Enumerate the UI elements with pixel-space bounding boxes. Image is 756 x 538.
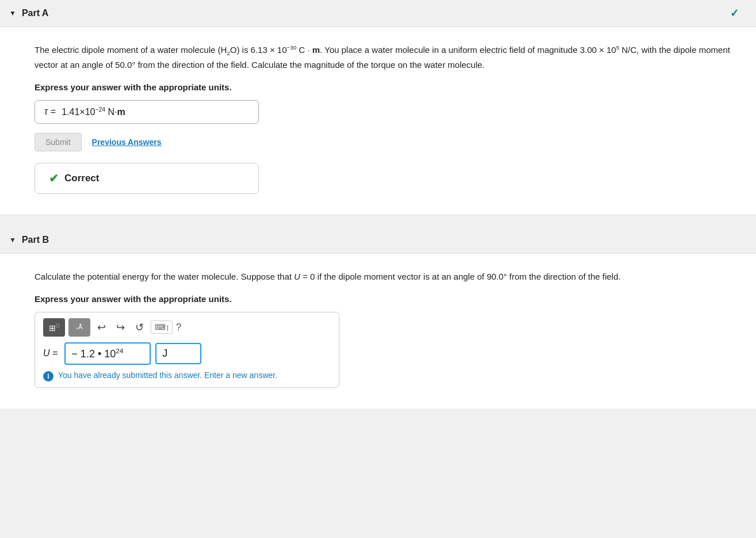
keyboard-label: | — [167, 324, 169, 331]
redo-icon: ↪ — [116, 322, 125, 333]
part-b-question-text: Calculate the potential energy for the w… — [35, 270, 733, 284]
refresh-icon: ↺ — [135, 322, 144, 333]
undo-button[interactable]: ↩ — [94, 319, 109, 336]
correct-check-icon: ✔ — [49, 171, 59, 185]
keyboard-button[interactable]: ⌨ | — [151, 320, 173, 334]
math-editor: ⊞□ ᵤÅ ↩ ↪ ↺ ⌨ | — [35, 312, 339, 388]
part-a-body: The electric dipole moment of a water mo… — [0, 26, 756, 215]
correct-box: ✔ Correct — [35, 163, 259, 194]
keyboard-icon: ⌨ — [155, 323, 166, 331]
help-button[interactable]: ? — [176, 322, 181, 333]
math-input-row: U = − 1.2 • 1024 J — [43, 342, 331, 365]
math-toolbar: ⊞□ ᵤÅ ↩ ↪ ↺ ⌨ | — [43, 318, 331, 337]
info-row: i You have already submitted this answer… — [43, 371, 331, 381]
submit-button[interactable]: Submit — [35, 133, 82, 151]
chevron-down-icon[interactable]: ▼ — [9, 9, 16, 17]
part-a-title: Part A — [22, 8, 49, 18]
part-b-express-label: Express your answer with the appropriate… — [35, 294, 733, 304]
math-unit-btn[interactable]: ᵤÅ — [68, 318, 90, 337]
math-unit-display: J — [162, 348, 167, 360]
part-a-section: ▼ Part A ✓ The electric dipole moment of… — [0, 0, 756, 215]
part-a-checkmark: ✓ — [730, 7, 739, 20]
part-a-header: ▼ Part A ✓ — [0, 0, 756, 26]
math-unit-icon: ᵤÅ — [76, 323, 82, 331]
page: ▼ Part A ✓ The electric dipole moment of… — [0, 0, 756, 538]
section-divider — [0, 215, 756, 227]
part-a-question-text: The electric dipole moment of a water mo… — [35, 43, 733, 72]
previous-answers-link[interactable]: Previous Answers — [92, 138, 162, 147]
math-value-display: − 1.2 • 1024 — [71, 347, 123, 360]
correct-label: Correct — [64, 173, 99, 184]
part-b-header: ▼ Part B — [0, 227, 756, 253]
part-b-var: U = — [43, 348, 58, 358]
redo-button[interactable]: ↪ — [113, 319, 128, 336]
math-template-icon: ⊞□ — [49, 323, 59, 333]
part-b-section: ▼ Part B Calculate the potential energy … — [0, 227, 756, 409]
refresh-button[interactable]: ↺ — [132, 319, 147, 336]
undo-icon: ↩ — [97, 322, 106, 333]
math-template-btn[interactable]: ⊞□ — [43, 318, 65, 337]
part-b-body: Calculate the potential energy for the w… — [0, 253, 756, 409]
part-a-express-label: Express your answer with the appropriate… — [35, 82, 733, 92]
part-a-answer-box: τ = 1.41×10−24 N·m — [35, 100, 259, 124]
part-a-answer-var: τ = — [44, 106, 58, 117]
part-b-title: Part B — [22, 235, 49, 245]
info-icon: i — [43, 371, 54, 381]
part-a-answer-value: 1.41×10−24 N·m — [62, 106, 125, 117]
chevron-down-icon-b[interactable]: ▼ — [9, 236, 16, 244]
part-a-submit-row: Submit Previous Answers — [35, 133, 733, 151]
info-text: You have already submitted this answer. … — [58, 371, 277, 380]
question-mark-icon: ? — [176, 322, 181, 333]
math-value-field[interactable]: − 1.2 • 1024 — [64, 342, 151, 365]
math-unit-field[interactable]: J — [155, 343, 201, 364]
